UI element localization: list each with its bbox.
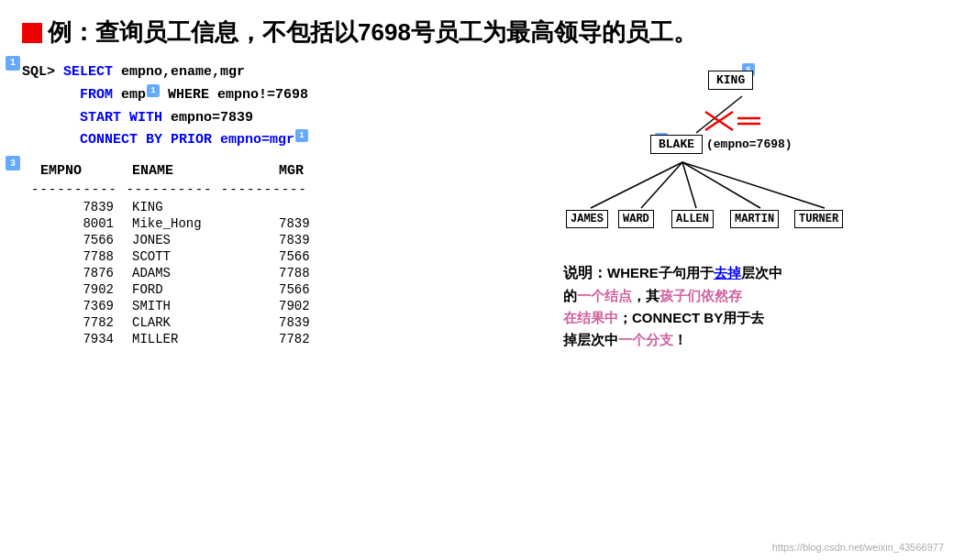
- mgr-val: 7566: [279, 282, 371, 297]
- sql-connect-clause: PRIOR empno=mgr: [162, 132, 294, 148]
- page: 例：查询员工信息，不包括以7698号员工为最高领导的员工。 1 SQL> SEL…: [0, 0, 953, 560]
- mgr-val: 7839: [279, 216, 371, 231]
- col-header-row: EMPNO ENAME MGR: [22, 161, 554, 181]
- ename-val: KING: [132, 200, 279, 214]
- start-keyword: START WITH: [80, 110, 162, 126]
- page-title: 例：查询员工信息，不包括以7698号员工为最高领导的员工。: [48, 16, 697, 49]
- results-section: 3 EMPNO ENAME MGR ---------- ---------- …: [22, 161, 554, 347]
- tree-node-james: JAMES: [566, 210, 608, 228]
- table-row: 7934 MILLER 7782: [22, 331, 554, 347]
- emp-badge: 1: [147, 84, 160, 97]
- main-content: 1 SQL> SELECT empno,ename,mgr FROM emp1 …: [22, 61, 931, 351]
- sql-line-4: CONNECT BY PRIOR empno=mgr1: [22, 129, 554, 152]
- sql-from-table: emp: [113, 87, 146, 103]
- sql-line-1: SQL> SELECT empno,ename,mgr: [22, 61, 554, 84]
- explanation-line3: 在结果中；CONNECT BY用于去: [563, 310, 764, 325]
- sql-where-clause: WHERE empno!=7698: [160, 87, 308, 103]
- ename-val: Mike_Hong: [132, 216, 279, 231]
- mgr-val: 7839: [279, 233, 371, 247]
- table-row: 7839 KING: [22, 199, 554, 215]
- tree-node-turner: TURNER: [794, 210, 843, 228]
- svg-line-2: [641, 162, 682, 208]
- table-row: 7369 SMITH 7902: [22, 298, 554, 314]
- sql-line-2: FROM emp1 WHERE empno!=7698: [22, 84, 554, 107]
- watermark: https://blog.csdn.net/weixin_43566977: [772, 542, 944, 553]
- ename-val: MILLER: [132, 332, 279, 346]
- tree-node-king: KING: [708, 71, 753, 90]
- table-row: 7782 CLARK 7839: [22, 314, 554, 331]
- red-square-icon: [22, 23, 42, 43]
- explanation-where: WHERE子句用于去掉层次中: [607, 265, 782, 280]
- ename-val: JONES: [132, 233, 279, 247]
- empno-val: 7566: [22, 233, 132, 247]
- svg-line-0: [696, 96, 742, 133]
- col-divider: ---------- ---------- ----------: [22, 182, 554, 197]
- explanation-label: 说明：: [563, 265, 607, 280]
- sql-line-3: START WITH empno=7839: [22, 107, 554, 130]
- tree-diagram: 5: [563, 61, 912, 254]
- ename-val: CLARK: [132, 315, 279, 330]
- empno-val: 7934: [22, 332, 132, 346]
- empno-val: 7839: [22, 200, 132, 214]
- empno-val: 7782: [22, 315, 132, 330]
- col-header-ename: ENAME: [132, 163, 279, 179]
- table-row: 7902 FORD 7566: [22, 281, 554, 298]
- tree-node-blake: BLAKE: [650, 135, 703, 154]
- sql-start-clause: empno=7839: [162, 110, 253, 126]
- empno-val: 7902: [22, 282, 132, 297]
- explanation-line4: 掉层次中一个分支！: [563, 332, 687, 347]
- mgr-val: 7566: [279, 249, 371, 264]
- left-panel: 1 SQL> SELECT empno,ename,mgr FROM emp1 …: [22, 61, 554, 351]
- from-keyword: FROM: [80, 87, 113, 103]
- mgr-val: 7839: [279, 315, 371, 330]
- connect-keyword: CONNECT BY: [80, 132, 162, 148]
- tree-node-ward: WARD: [618, 210, 654, 228]
- empno-val: 8001: [22, 216, 132, 231]
- sql-connect-indent: [22, 132, 80, 148]
- col-header-empno: EMPNO: [22, 163, 132, 179]
- mgr-val: [279, 200, 371, 214]
- mgr-val: 7788: [279, 266, 371, 280]
- results-badge: 3: [6, 156, 20, 170]
- sql-start-indent: [22, 110, 80, 126]
- select-keyword: SELECT: [63, 64, 113, 80]
- ename-val: ADAMS: [132, 266, 279, 280]
- empno-val: 7788: [22, 249, 132, 264]
- empno-val: 7876: [22, 266, 132, 280]
- sql-from-indent: [22, 87, 80, 103]
- ename-val: SMITH: [132, 299, 279, 313]
- svg-line-1: [591, 162, 682, 208]
- explanation-line2: 的一个结点，其孩子们依然存: [563, 288, 742, 303]
- mgr-val: 7782: [279, 332, 371, 346]
- right-panel: 5: [554, 61, 931, 351]
- table-row: 8001 Mike_Hong 7839: [22, 215, 554, 232]
- empno-val: 7369: [22, 299, 132, 313]
- sql-prompt: SQL>: [22, 64, 63, 80]
- explanation-box: 说明：WHERE子句用于去掉层次中 的一个结点，其孩子们依然存 在结果中；CON…: [563, 261, 912, 351]
- col-header-mgr: MGR: [279, 163, 371, 179]
- table-row: 7876 ADAMS 7788: [22, 265, 554, 281]
- sql-badge: 1: [6, 56, 20, 71]
- mgr-val: 7902: [279, 299, 371, 313]
- tree-node-allen: ALLEN: [671, 210, 714, 228]
- sql-block: 1 SQL> SELECT empno,ename,mgr FROM emp1 …: [22, 61, 554, 152]
- ename-val: FORD: [132, 282, 279, 297]
- title-row: 例：查询员工信息，不包括以7698号员工为最高领导的员工。: [22, 16, 931, 49]
- tree-blake-label: (empno=7698): [706, 137, 792, 151]
- ename-val: SCOTT: [132, 249, 279, 264]
- sql-select-cols: empno,ename,mgr: [113, 64, 245, 80]
- table-row: 7788 SCOTT 7566: [22, 248, 554, 265]
- svg-line-5: [682, 162, 825, 208]
- table-row: 7566 JONES 7839: [22, 232, 554, 248]
- connect-badge: 1: [295, 129, 308, 142]
- tree-node-martin: MARTIN: [730, 210, 779, 228]
